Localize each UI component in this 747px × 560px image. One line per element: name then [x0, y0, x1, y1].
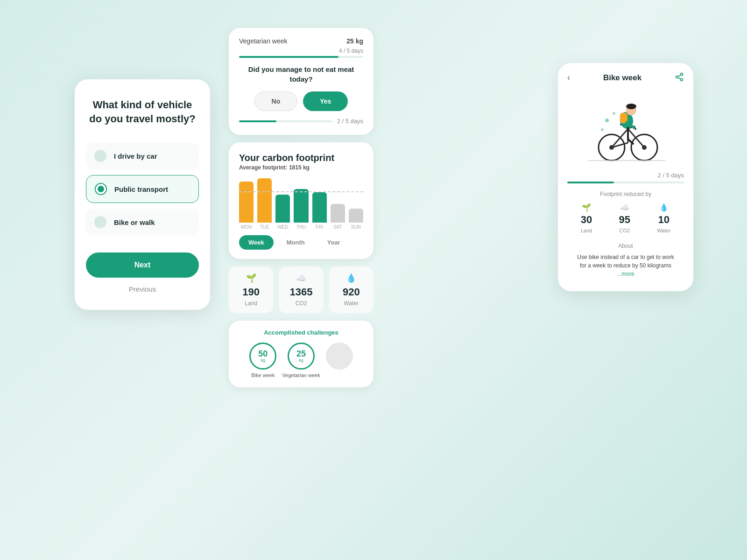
bar-wed: WED — [275, 195, 290, 230]
bike-week-header: ‹ Bike week — [558, 63, 693, 83]
about-text-content: Use bike instead of a car to get to work… — [577, 254, 674, 269]
land-icon: 🌱 — [246, 273, 256, 283]
option-bike-walk-label: Bike or walk — [114, 218, 155, 226]
bar-thu-label: THU — [296, 224, 306, 230]
carbon-bar-chart: MON TUE WED THU FRI SAT — [239, 178, 363, 230]
right-progress-bg — [567, 182, 684, 183]
radio-public-transport — [95, 183, 107, 195]
veg-question: Did you manage to not eat meat today? — [239, 64, 363, 84]
co2-label: CO2 — [296, 300, 307, 307]
veg-title: Vegetarian week — [239, 37, 288, 45]
bike-illustration — [558, 88, 693, 172]
right-days: 2 / 5 days — [658, 172, 684, 179]
fp-land-value: 30 — [581, 214, 592, 226]
fp-water-icon: 💧 — [659, 203, 669, 212]
badge-empty-circle — [326, 343, 353, 370]
bar-wed-label: WED — [277, 224, 288, 230]
challenge-bike-week: 50 kg Bike week — [249, 343, 276, 378]
veg-progress-bottom-fill — [239, 120, 276, 122]
water-value: 920 — [343, 286, 360, 298]
tab-week[interactable]: Week — [239, 235, 274, 250]
share-button[interactable] — [675, 72, 684, 83]
land-value: 190 — [242, 286, 260, 298]
bar-tue-fill — [257, 178, 272, 223]
fp-co2-value: 95 — [619, 214, 630, 226]
back-button[interactable]: ‹ — [567, 73, 570, 83]
yes-no-row: No Yes — [239, 91, 363, 111]
option-public-transport-label: Public transport — [114, 185, 168, 193]
more-link[interactable]: ...more — [617, 271, 634, 277]
carbon-avg-value: 1815 kg — [289, 164, 310, 171]
fp-co2: ☁️ 95 CO2 — [619, 203, 630, 233]
about-section: About Use bike instead of a car to get t… — [567, 243, 684, 278]
veg-kg: 25 kg — [346, 37, 363, 45]
about-label: About — [577, 243, 675, 249]
svg-line-3 — [678, 77, 681, 79]
avg-dashed-line — [239, 191, 363, 192]
bar-mon-label: MON — [241, 224, 252, 230]
option-public-transport[interactable]: Public transport — [86, 175, 199, 203]
biker-svg — [579, 92, 672, 167]
carbon-card: Your carbon footprint Average footprint:… — [229, 142, 374, 259]
previous-button[interactable]: Previous — [86, 285, 199, 293]
fp-land-icon: 🌱 — [582, 203, 591, 212]
bar-mon-fill — [239, 182, 254, 223]
footprint-label: Footprint reduced by — [567, 191, 684, 197]
middle-column: Vegetarian week 25 kg 4 / 5 days Did you… — [229, 0, 374, 387]
bar-sat-fill — [331, 204, 345, 223]
veg-progress-top-bg — [239, 56, 363, 58]
fp-land-label: Land — [581, 228, 592, 233]
option-car[interactable]: I drive by car — [86, 142, 199, 169]
bar-sun: SUN — [349, 209, 363, 230]
badge-veg-week-number: 25 — [296, 350, 306, 358]
footprint-section: Footprint reduced by 🌱 30 Land ☁️ 95 CO2… — [558, 191, 693, 278]
option-car-label: I drive by car — [114, 152, 157, 160]
svg-line-13 — [628, 129, 644, 147]
bar-thu: THU — [294, 189, 308, 230]
bar-fri-fill — [312, 192, 327, 223]
bar-sun-fill — [349, 209, 363, 223]
bar-sun-label: SUN — [351, 224, 361, 230]
fp-co2-icon: ☁️ — [620, 203, 629, 212]
bar-thu-fill — [294, 189, 308, 223]
stat-land: 🌱 190 Land — [229, 266, 273, 313]
svg-point-5 — [605, 119, 609, 122]
svg-point-6 — [601, 128, 604, 131]
fp-water: 💧 10 Water — [657, 203, 670, 233]
vegetarian-card: Vegetarian week 25 kg 4 / 5 days Did you… — [229, 28, 374, 135]
tab-month[interactable]: Month — [277, 235, 314, 250]
option-bike-walk[interactable]: Bike or walk — [86, 209, 199, 236]
veg-bottom-days: 2 / 5 days — [337, 118, 363, 125]
veg-progress-bottom-bg — [239, 120, 332, 122]
badge-veg-week-name: Vegetarian week — [282, 372, 320, 378]
footprint-stats: 🌱 30 Land ☁️ 95 CO2 💧 10 Water — [567, 203, 684, 233]
tab-year[interactable]: Year — [318, 235, 349, 250]
right-progress-row: 2 / 5 days — [558, 172, 693, 179]
carbon-title: Your carbon footprint — [239, 153, 363, 163]
water-icon: 💧 — [346, 273, 356, 283]
stat-co2: ☁️ 1365 CO2 — [279, 266, 323, 313]
badge-bike-week-number: 50 — [258, 350, 268, 358]
bar-wed-fill — [275, 195, 290, 223]
svg-point-22 — [626, 104, 636, 109]
fp-water-value: 10 — [658, 214, 669, 226]
carbon-avg-label: Average footprint: — [239, 164, 288, 171]
bar-sat: SAT — [331, 204, 345, 230]
co2-value: 1365 — [290, 286, 313, 298]
radio-public-transport-dot — [98, 186, 104, 192]
share-icon — [675, 72, 684, 82]
carbon-tabs: Week Month Year — [239, 235, 363, 250]
bar-tue: TUE — [257, 178, 272, 230]
svg-point-7 — [613, 112, 615, 115]
no-button[interactable]: No — [254, 91, 298, 111]
challenges-title: Accomplished challenges — [239, 329, 363, 336]
fp-water-label: Water — [657, 228, 670, 233]
land-label: Land — [245, 300, 257, 307]
co2-icon: ☁️ — [296, 273, 306, 283]
bike-week-title: Bike week — [603, 73, 641, 83]
radio-car — [94, 150, 106, 162]
yes-button[interactable]: Yes — [303, 91, 348, 111]
veg-top-days: 4 / 5 days — [339, 48, 363, 54]
next-button[interactable]: Next — [86, 252, 199, 278]
vehicle-question: What kind of vehicle do you travel mostl… — [86, 98, 199, 126]
